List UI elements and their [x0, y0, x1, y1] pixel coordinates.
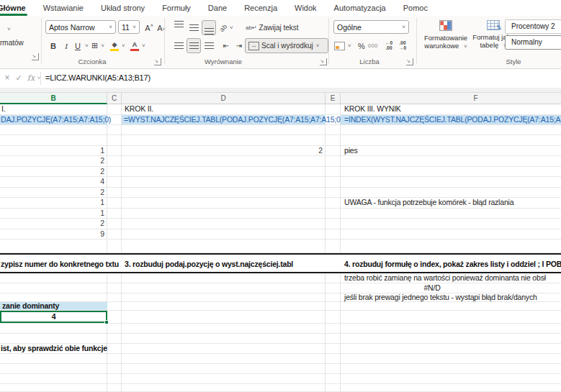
grid-cell[interactable]: UWAGA - funkcja potrzebuje komórek - błą…	[341, 198, 561, 208]
grid-row: 2	[0, 188, 561, 198]
font-dialog-launcher-icon[interactable]: ↘	[154, 58, 161, 65]
column-header-B[interactable]: B	[0, 93, 107, 104]
tab-dane[interactable]: Dane	[199, 0, 235, 16]
grid-cell[interactable]: KROK III. WYNIK	[341, 104, 561, 114]
tab-widok[interactable]: Widok	[286, 0, 326, 16]
grid-cell[interactable]: 1	[0, 146, 107, 155]
grid-cell[interactable]: jeśli brak prewagi jednego tekstu - wyst…	[341, 293, 561, 301]
wrap-text-icon: ab↵	[246, 24, 257, 31]
grid-row: 4	[0, 311, 561, 324]
cancel-icon[interactable]: ×	[3, 69, 12, 88]
enter-check-icon[interactable]: ✓	[14, 69, 23, 88]
align-bottom-button[interactable]	[202, 20, 216, 35]
grid-cell[interactable]: 2	[0, 167, 107, 176]
grid-cell[interactable]: =WYST.NAJCZĘŚCIEJ.TABL(PODAJ.POZYCJĘ(A7:…	[122, 115, 326, 124]
styles-group-label: Style	[495, 58, 531, 65]
grid-cell[interactable]: 2	[0, 188, 107, 197]
column-header-D[interactable]: D	[122, 93, 326, 104]
align-middle-button[interactable]	[187, 20, 201, 35]
grid-row: 2	[0, 219, 561, 229]
borders-button[interactable]: ⊞˅	[91, 38, 105, 53]
grid-cell[interactable]: trzeba robić zamianę na wartości poniewa…	[341, 273, 561, 283]
number-format-select[interactable]: Ogólne˅	[333, 20, 409, 34]
grid-cell[interactable]: 4	[0, 311, 107, 323]
font-group-label: Czcionka	[63, 58, 121, 65]
fill-color-button[interactable]: ◆˅	[109, 38, 126, 53]
style-normalny[interactable]: Normalny	[505, 35, 561, 50]
column-header-C[interactable]: C	[107, 93, 122, 104]
grid-row: 1UWAGA - funkcja potrzebuje komórek - bł…	[0, 198, 561, 209]
increase-indent-button[interactable]: ⇥	[232, 38, 246, 53]
grid-cell[interactable]: 1	[0, 198, 107, 208]
grid-row	[0, 334, 561, 344]
grid-cell[interactable]: zypisz numer do konkretnego txtu	[0, 255, 107, 272]
grid-row	[0, 354, 561, 364]
merge-cells-icon: ↔	[248, 42, 259, 50]
grid-cell[interactable]: pies	[341, 146, 561, 155]
font-name-select[interactable]: Aptos Narrow˅	[45, 20, 116, 34]
align-right-button[interactable]	[202, 38, 216, 53]
tab-glowne[interactable]: Główne	[0, 0, 35, 16]
clipboard-dialog-launcher-icon[interactable]: ↘	[32, 53, 39, 60]
formula-input[interactable]: =LICZ.WARUNKI(A5:A13;B17)	[45, 69, 151, 88]
conditional-formatting-icon	[439, 20, 452, 31]
font-color-button[interactable]: A˅	[130, 38, 146, 53]
grid-cell[interactable]: ist, aby sprawdzić obie funkcje	[0, 344, 107, 353]
style-procentowy-2[interactable]: Procentowy 2	[505, 19, 561, 34]
tab-pomoc[interactable]: Pomoc	[395, 0, 436, 16]
comma-style-button[interactable]: 000	[366, 38, 380, 53]
bold-button[interactable]: B	[46, 38, 60, 53]
grid-cell[interactable]: 9	[0, 229, 107, 239]
group-divider	[41, 18, 42, 64]
merge-center-button[interactable]: ↔ Scal i wyśrodkuj˅	[245, 38, 328, 53]
grid-row	[0, 384, 561, 392]
align-left-button[interactable]	[171, 38, 186, 53]
grid-cell[interactable]: 2	[0, 156, 107, 166]
increase-decimal-button[interactable]: ←0.00	[382, 38, 396, 53]
fill-handle[interactable]	[104, 320, 109, 324]
tab-automatyzacja[interactable]: Automatyzacja	[326, 0, 395, 16]
decrease-font-button[interactable]: A˅	[154, 20, 169, 35]
grid-cell[interactable]: 4	[0, 177, 107, 187]
alignment-dialog-launcher-icon[interactable]: ↘	[320, 58, 327, 65]
grid-cell[interactable]: KROK II.	[122, 104, 326, 114]
grid-cell[interactable]: #N/D	[341, 283, 524, 293]
decrease-decimal-button[interactable]: .00→0	[395, 38, 410, 53]
grid-cell[interactable]: 2	[122, 146, 326, 155]
insert-function-icon[interactable]: fx	[26, 69, 36, 88]
grid-cell[interactable]: I.	[0, 104, 107, 114]
orientation-button[interactable]: ab˅	[219, 20, 234, 35]
decrease-indent-button[interactable]: ⇤	[219, 38, 233, 53]
grid-row: ist, aby sprawdzić obie funkcje	[0, 344, 561, 354]
wrap-text-button[interactable]: ab↵ Zawijaj tekst	[245, 20, 300, 35]
accounting-format-button[interactable]: ˅	[333, 38, 352, 53]
grid-cell[interactable]: DAJ.POZYCJĘ(A7:A15;A7:A15;0)	[0, 115, 107, 124]
tab-wstawianie[interactable]: Wstawianie	[35, 0, 92, 16]
font-size-select[interactable]: 11˅	[118, 20, 140, 34]
chevron-down-icon: ˅	[109, 24, 112, 30]
tab-formuly[interactable]: Formuły	[153, 0, 199, 16]
column-header-E[interactable]: E	[326, 93, 341, 104]
tab-recenzja[interactable]: Recenzja	[235, 0, 286, 16]
chevron-down-icon: ˅	[402, 24, 405, 30]
conditional-formatting-button[interactable]: Formatowanie warunkowe ˅	[422, 19, 470, 58]
grid-cell[interactable]: 3. rozbuduj podaj.pozycję o wyst.najczęś…	[122, 255, 326, 272]
grid-cell[interactable]: =INDEX(WYST.NAJCZĘŚCIEJ.TABL(PODAJ.POZYC…	[341, 115, 561, 124]
grid-cell[interactable]: 1	[0, 209, 107, 218]
spreadsheet-grid[interactable]: I.KROK II.KROK III. WYNIKDAJ.POZYCJĘ(A7:…	[0, 104, 561, 392]
grid-row: 9	[0, 229, 561, 240]
grid-row	[0, 135, 561, 146]
align-top-button[interactable]	[171, 20, 186, 35]
grid-row: DAJ.POZYCJĘ(A7:A15;A7:A15;0)=WYST.NAJCZĘ…	[0, 115, 561, 125]
chevron-down-icon[interactable]: ˅	[85, 42, 89, 49]
underline-button[interactable]: U	[71, 38, 85, 53]
grid-cell[interactable]: 4. rozbuduj formułę o index, pokaż zakre…	[341, 255, 561, 272]
grid-cell[interactable]: 2	[0, 219, 107, 229]
chevron-down-icon[interactable]: ˅	[7, 26, 11, 32]
column-header-F[interactable]: F	[341, 93, 561, 104]
align-center-button[interactable]	[187, 38, 201, 53]
number-dialog-launcher-icon[interactable]: ↘	[406, 58, 413, 65]
format-painter-label-partial[interactable]: rmatów	[0, 39, 24, 47]
tab-uklad-strony[interactable]: Układ strony	[92, 0, 153, 16]
grid-cell[interactable]: zanie dominanty	[0, 302, 107, 310]
